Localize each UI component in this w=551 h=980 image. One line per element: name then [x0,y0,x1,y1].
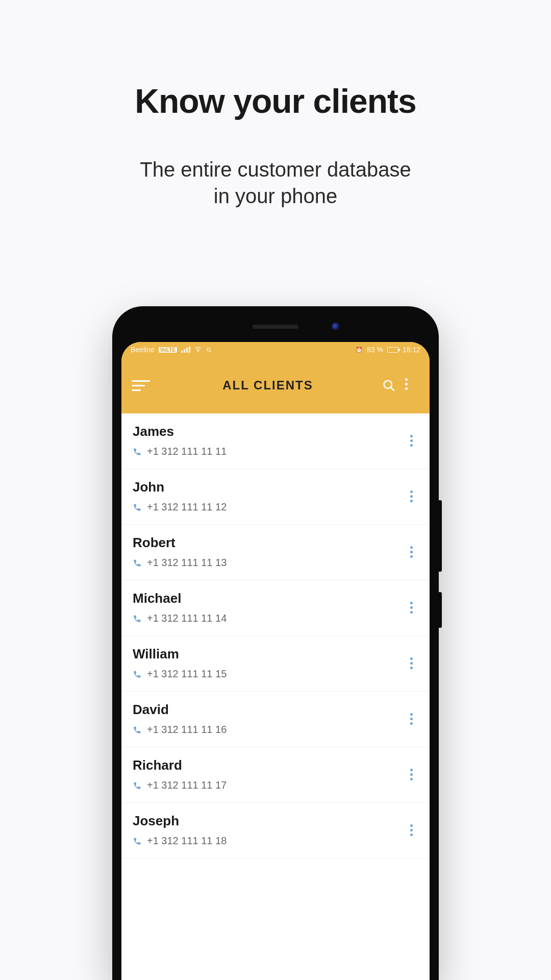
phone-screen: Beeline VoLTE ⏰ 83 % 18:12 ALL CLIENT [121,342,430,980]
client-name: James [133,424,397,439]
alarm-icon: ⏰ [356,347,363,353]
phone-icon [133,614,142,623]
client-phone: +1 312 111 11 17 [147,779,227,791]
row-more-icon[interactable] [404,712,418,726]
row-more-icon[interactable] [404,433,418,448]
appbar-title: ALL CLIENTS [160,378,375,393]
status-bar: Beeline VoLTE ⏰ 83 % 18:12 [121,342,430,357]
phone-frame: Beeline VoLTE ⏰ 83 % 18:12 ALL CLIENT [112,306,439,980]
client-name: William [133,646,397,662]
wifi-icon [194,346,202,353]
app-bar: ALL CLIENTS [121,357,430,413]
client-name: Robert [133,535,397,551]
status-carrier: Beeline [131,346,155,354]
client-row[interactable]: Michael +1 312 111 11 14 [121,580,430,636]
menu-icon[interactable] [132,374,154,397]
status-carrier-badge: VoLTE [159,347,177,353]
client-name: David [133,702,397,718]
client-phone: +1 312 111 11 15 [147,668,227,680]
client-phone: +1 312 111 11 18 [147,835,227,847]
client-phone: +1 312 111 11 14 [147,612,227,624]
phone-icon [133,447,142,456]
phone-side-button [439,592,442,628]
row-more-icon[interactable] [404,600,418,615]
marketing-headline: Know your clients [135,82,416,120]
signal-icon [181,347,190,353]
phone-speaker [253,325,298,329]
row-more-icon[interactable] [404,489,418,503]
client-row[interactable]: John +1 312 111 11 12 [121,469,430,525]
battery-icon [387,347,398,353]
search-mini-icon [206,347,212,353]
more-icon[interactable] [405,378,419,393]
phone-icon [133,725,142,734]
phone-icon [133,670,142,679]
svg-line-2 [210,351,211,352]
client-name: John [133,479,397,495]
status-battery-text: 83 % [367,346,383,354]
client-name: Michael [133,591,397,606]
client-name: Richard [133,757,397,773]
svg-point-0 [197,351,198,352]
phone-icon [133,503,142,512]
client-row[interactable]: William +1 312 111 11 15 [121,636,430,692]
client-row[interactable]: Richard +1 312 111 11 17 [121,747,430,803]
phone-side-button [439,500,442,572]
client-row[interactable]: Robert +1 312 111 11 13 [121,525,430,580]
row-more-icon[interactable] [404,656,418,670]
client-phone: +1 312 111 11 11 [147,446,227,457]
svg-line-4 [391,387,394,390]
search-icon[interactable] [382,378,396,393]
svg-point-1 [207,348,210,351]
marketing-subhead-line1: The entire customer database [140,158,411,181]
client-name: Joseph [133,813,397,829]
svg-point-3 [384,381,392,388]
client-row[interactable]: David +1 312 111 11 16 [121,692,430,747]
client-row[interactable]: James +1 312 111 11 11 [121,413,430,469]
row-more-icon[interactable] [404,823,418,837]
client-row[interactable]: Joseph +1 312 111 11 18 [121,803,430,859]
client-phone: +1 312 111 11 16 [147,724,227,736]
marketing-subhead-line2: in your phone [214,185,337,207]
phone-camera [332,323,340,331]
marketing-subhead: The entire customer database in your pho… [140,156,411,209]
phone-icon [133,558,142,568]
row-more-icon[interactable] [404,545,418,559]
status-time: 18:12 [403,346,420,354]
row-more-icon[interactable] [404,767,418,781]
client-list[interactable]: James +1 312 111 11 11 John +1 312 111 1… [121,413,430,980]
client-phone: +1 312 111 11 13 [147,557,227,569]
phone-icon [133,837,142,846]
phone-icon [133,781,142,790]
client-phone: +1 312 111 11 12 [147,501,227,513]
